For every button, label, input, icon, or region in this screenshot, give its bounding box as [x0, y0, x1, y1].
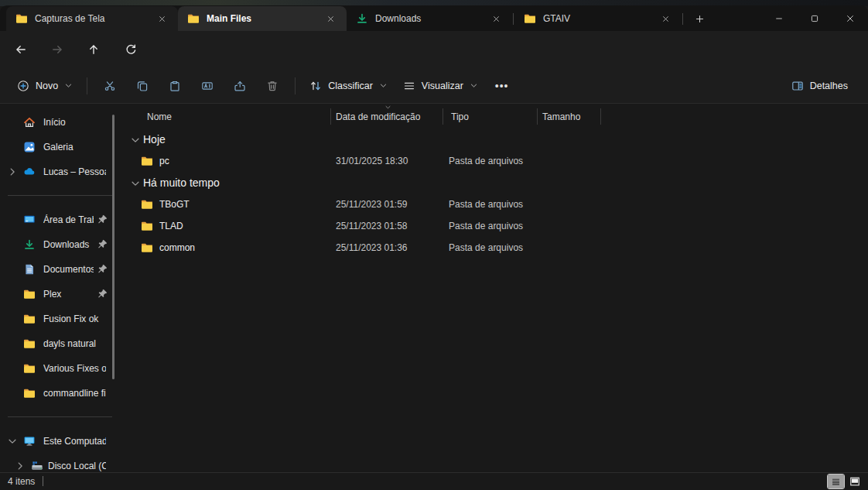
tab-close-button[interactable]	[322, 10, 339, 27]
chevron-right-icon[interactable]	[6, 166, 19, 177]
chevron-down-icon	[379, 81, 388, 90]
up-button[interactable]	[80, 37, 107, 62]
sidebar-item-dayls-natural[interactable]: dayls natural	[3, 331, 117, 356]
file-row-pc[interactable]: pc31/01/2025 18:30Pasta de arquivos	[126, 150, 868, 172]
view-button[interactable]: Visualizar	[395, 74, 486, 98]
folder-icon	[23, 288, 36, 300]
sidebar-item-label: Lucas – Pessoal	[43, 166, 106, 177]
folder-icon	[23, 362, 36, 375]
command-bar: Novo Classificar Visualizar ••• Detalhes	[0, 68, 868, 104]
chevron-down-icon	[64, 81, 73, 90]
tab-close-button[interactable]	[487, 10, 504, 27]
tab-close-button[interactable]	[153, 10, 170, 27]
tab-main-files[interactable]: Main Files	[178, 6, 347, 31]
back-button[interactable]	[8, 37, 34, 62]
tab-close-button[interactable]	[657, 10, 674, 27]
chevron-down-icon[interactable]	[130, 178, 141, 189]
file-name: pc	[159, 156, 169, 166]
file-name: TLAD	[159, 221, 183, 231]
close-icon	[661, 15, 670, 23]
minimize-button[interactable]	[761, 5, 797, 31]
divider	[295, 77, 296, 94]
sidebar-item-in-cio[interactable]: Início	[3, 110, 117, 135]
sort-button[interactable]: Classificar	[302, 74, 395, 98]
details-pane-button[interactable]: Detalhes	[784, 74, 856, 98]
divider	[43, 476, 43, 486]
sidebar-item-downloads[interactable]: Downloads	[3, 232, 117, 257]
sidebar-item-label: Disco Local (C:)	[48, 461, 106, 471]
chevron-down-icon[interactable]	[6, 436, 19, 447]
cut-button[interactable]	[94, 72, 126, 100]
file-name: common	[159, 242, 195, 253]
file-list-pane[interactable]: NomeData de modificaçãoTipoTamanho Hojep…	[126, 104, 868, 472]
back-icon	[15, 43, 27, 56]
sidebar-item-various-fixes-ok[interactable]: Various Fixes ok	[3, 356, 117, 381]
desktop-icon	[23, 214, 36, 226]
download-icon	[356, 12, 368, 25]
rename-button[interactable]	[191, 72, 224, 100]
sidebar-item-este-computador[interactable]: Este Computador	[3, 429, 117, 454]
column-divider[interactable]	[600, 108, 601, 125]
view-button-label: Visualizar	[422, 81, 463, 91]
file-row-tlad[interactable]: TLAD25/11/2023 01:58Pasta de arquivos	[126, 215, 868, 237]
folder-icon	[15, 12, 28, 25]
share-button[interactable]	[224, 72, 256, 100]
drive-icon	[31, 460, 43, 472]
titlebar[interactable]: Capturas de TelaMain FilesDownloadsGTAIV	[0, 5, 868, 31]
sidebar-item-galeria[interactable]: Galeria	[3, 135, 117, 159]
sidebar-item-lucas-pessoal[interactable]: Lucas – Pessoal	[3, 159, 117, 184]
folder-icon	[23, 387, 36, 399]
more-options-button[interactable]: •••	[486, 74, 518, 98]
details-view-button[interactable]	[828, 475, 844, 488]
thumbnail-view-button[interactable]	[846, 475, 863, 488]
command-bar-right: Detalhes	[784, 68, 856, 103]
tab-downloads[interactable]: Downloads	[347, 6, 512, 31]
maximize-button[interactable]	[797, 5, 832, 31]
refresh-button[interactable]	[118, 37, 144, 62]
column-header-tamanho[interactable]: Tamanho	[542, 111, 580, 122]
file-type: Pasta de arquivos	[449, 242, 523, 253]
sidebar-item-disco-local-c-[interactable]: Disco Local (C:)	[3, 454, 117, 472]
sidebar-item-commandline-fi[interactable]: commandline fi	[3, 381, 117, 406]
paste-button[interactable]	[159, 72, 191, 100]
delete-button[interactable]	[256, 72, 289, 100]
copy-button[interactable]	[126, 72, 159, 100]
file-list: Hojepc31/01/2025 18:30Pasta de arquivosH…	[126, 128, 868, 259]
new-tab-button[interactable]	[689, 9, 710, 29]
tab-gtaiv[interactable]: GTAIV	[514, 6, 682, 31]
sidebar-item-documentos[interactable]: Documentos	[3, 257, 117, 282]
column-header-tipo[interactable]: Tipo	[451, 111, 469, 122]
thumbnail-view-icon	[849, 476, 860, 487]
gallery-icon	[23, 141, 36, 153]
new-button[interactable]: Novo	[9, 74, 80, 98]
column-header-data-de-modifica-o[interactable]: Data de modificação	[336, 111, 420, 122]
file-row-common[interactable]: common25/11/2023 01:36Pasta de arquivos	[126, 237, 868, 259]
sidebar-item--rea-de-trabalho[interactable]: Área de Trabalho	[3, 207, 117, 232]
close-button[interactable]	[832, 5, 868, 31]
folder-icon	[23, 338, 36, 350]
sidebar-item-plex[interactable]: Plex	[3, 282, 117, 307]
column-divider[interactable]	[443, 108, 443, 125]
sidebar-item-label: Downloads	[43, 239, 94, 250]
group-header-h-muito-tempo[interactable]: Há muito tempo	[126, 172, 868, 194]
column-header-nome[interactable]: Nome	[147, 111, 172, 122]
column-divider[interactable]	[330, 108, 331, 125]
column-divider[interactable]	[537, 108, 538, 125]
close-icon	[492, 15, 501, 23]
chevron-down-icon	[470, 81, 478, 90]
sidebar-item-label: Plex	[43, 289, 94, 300]
forward-button[interactable]	[44, 37, 70, 62]
tab-label: GTAIV	[543, 13, 652, 24]
group-header-hoje[interactable]: Hoje	[126, 128, 868, 150]
sidebar-scrollbar[interactable]	[112, 115, 114, 379]
sort-button-label: Classificar	[328, 81, 373, 91]
sidebar-item-fusion-fix-ok[interactable]: Fusion Fix ok	[3, 307, 117, 331]
folder-icon	[23, 313, 36, 325]
sidebar-item-label: Este Computador	[43, 436, 106, 447]
file-row-tbogt[interactable]: TBoGT25/11/2023 01:59Pasta de arquivos	[126, 194, 868, 215]
tab-capturas-de-tela[interactable]: Capturas de Tela	[6, 6, 178, 31]
forward-icon	[51, 43, 63, 56]
document-icon	[23, 263, 36, 276]
chevron-down-icon[interactable]	[130, 135, 141, 146]
chevron-right-icon[interactable]	[14, 461, 26, 471]
